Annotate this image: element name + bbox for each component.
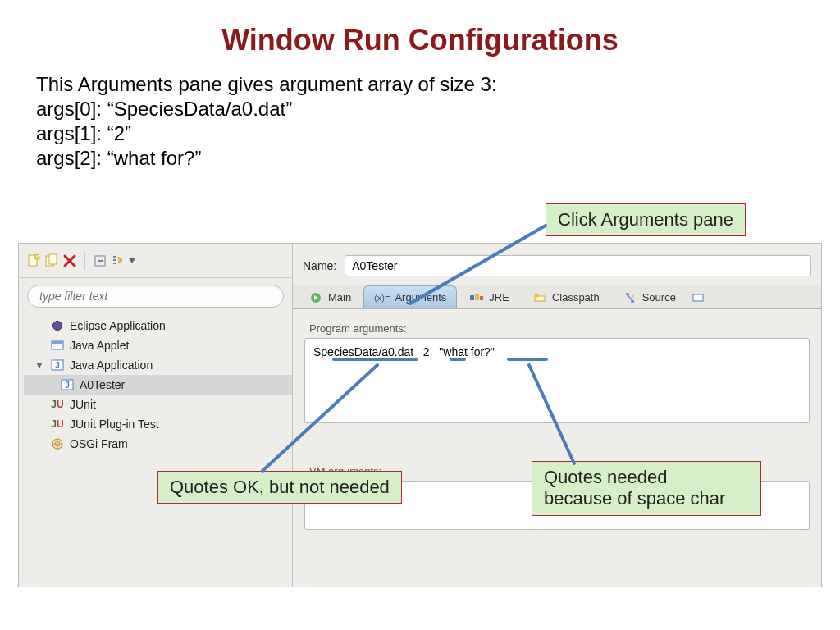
callout-line: Quotes needed — [544, 467, 749, 488]
tab-label: Main — [328, 291, 351, 304]
svg-point-6 — [53, 322, 62, 331]
svg-rect-3 — [49, 254, 57, 264]
tree-item-eclipse-app[interactable]: Eclipse Application — [24, 316, 292, 336]
tab-bar: Main (x)= Arguments JRE Classpath Source — [293, 285, 821, 309]
tree-item-a0tester[interactable]: J A0Tester — [24, 375, 292, 395]
name-label: Name: — [303, 259, 336, 272]
dropdown-icon[interactable] — [128, 253, 136, 269]
run-config-window: Eclipse Application Java Applet ▼ J Java… — [18, 243, 822, 587]
eclipse-icon — [50, 319, 65, 332]
tab-more[interactable] — [688, 285, 708, 308]
tab-jre[interactable]: JRE — [459, 285, 520, 308]
underline-arg1 — [450, 358, 466, 361]
tree-label: Eclipse Application — [70, 319, 166, 332]
callout-quotes-ok: Quotes OK, but not needed — [158, 471, 402, 504]
collapse-all-icon[interactable] — [92, 253, 108, 269]
callout-quotes-needed: Quotes needed because of space char — [532, 461, 761, 516]
underline-arg2 — [507, 358, 548, 361]
variable-icon: (x)= — [374, 293, 390, 303]
tree-item-osgi[interactable]: OSGi Fram — [24, 434, 292, 454]
tree-label: OSGi Fram — [70, 437, 128, 450]
source-icon — [623, 291, 637, 304]
underline-arg0 — [332, 358, 418, 361]
tab-label: Arguments — [395, 291, 446, 304]
tab-label: Classpath — [552, 291, 600, 304]
java-app-icon: J — [50, 358, 65, 372]
tree-label: Java Applet — [70, 339, 129, 352]
tree-item-java-application[interactable]: ▼ J Java Application — [24, 355, 292, 375]
filter-icon[interactable] — [110, 253, 126, 269]
tab-arguments[interactable]: (x)= Arguments — [363, 285, 457, 308]
program-args-label: Program arguments: — [304, 322, 810, 335]
callout-line: because of space char — [544, 488, 749, 509]
tree-label: A0Tester — [80, 378, 125, 391]
new-config-icon[interactable] — [25, 253, 42, 269]
run-icon — [308, 291, 323, 304]
right-pane: Name: Main (x)= Arguments JRE Classpath — [293, 244, 821, 587]
tab-label: JRE — [489, 291, 509, 304]
intro-line: args[1]: “2” — [36, 121, 840, 146]
svg-rect-23 — [693, 294, 703, 301]
svg-rect-8 — [52, 341, 63, 344]
left-pane: Eclipse Application Java Applet ▼ J Java… — [19, 244, 293, 587]
tab-classpath[interactable]: Classpath — [522, 285, 610, 308]
tree-label: JUnit Plug-in Test — [70, 418, 159, 431]
jre-icon — [469, 291, 484, 304]
svg-text:J: J — [55, 361, 60, 370]
toolbar — [19, 244, 292, 278]
callout-click-args: Click Arguments pane — [546, 203, 746, 236]
tree-item-java-applet[interactable]: Java Applet — [24, 336, 292, 355]
java-file-icon: J — [60, 378, 75, 391]
svg-text:J: J — [65, 381, 70, 390]
svg-rect-20 — [480, 296, 483, 300]
delete-icon[interactable] — [62, 253, 78, 269]
disclosure-triangle-icon[interactable]: ▼ — [34, 360, 45, 370]
intro-line: args[0]: “SpeciesData/a0.dat” — [36, 97, 840, 121]
tree-item-junit[interactable]: JU JUnit — [24, 395, 292, 414]
svg-point-22 — [534, 293, 538, 297]
tree-label: JUnit — [70, 398, 96, 411]
svg-point-1 — [34, 254, 39, 259]
config-tree: Eclipse Application Java Applet ▼ J Java… — [19, 313, 292, 454]
tab-label: Source — [642, 291, 676, 304]
intro-line: args[2]: “what for?” — [36, 146, 840, 171]
program-args-field[interactable] — [304, 338, 810, 423]
svg-rect-19 — [475, 294, 479, 300]
slide-title: Window Run Configurations — [0, 0, 840, 72]
osgi-icon — [50, 437, 65, 450]
intro-line: This Arguments pane gives argument array… — [36, 72, 840, 97]
duplicate-icon[interactable] — [43, 253, 60, 269]
tree-label: Java Application — [70, 358, 153, 372]
filter-input[interactable] — [27, 285, 284, 308]
junit-icon: JU — [50, 398, 65, 411]
tab-main[interactable]: Main — [298, 285, 362, 308]
classpath-icon — [532, 291, 547, 304]
name-field[interactable] — [345, 255, 811, 276]
tree-item-junit-plugin[interactable]: JU JUnit Plug-in Test — [24, 414, 292, 434]
intro-text: This Arguments pane gives argument array… — [0, 72, 840, 171]
svg-rect-18 — [470, 295, 474, 300]
applet-icon — [50, 339, 65, 352]
junit-plugin-icon: JU — [50, 418, 65, 431]
tab-source[interactable]: Source — [612, 285, 687, 308]
